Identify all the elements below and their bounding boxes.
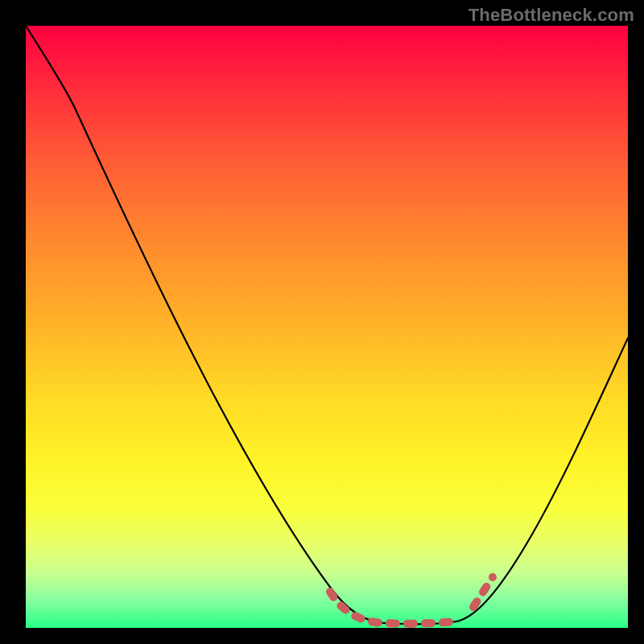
plot-area (26, 26, 628, 628)
watermark-text: TheBottleneck.com (469, 5, 634, 26)
gradient-background (26, 26, 628, 628)
chart-svg (26, 26, 628, 628)
